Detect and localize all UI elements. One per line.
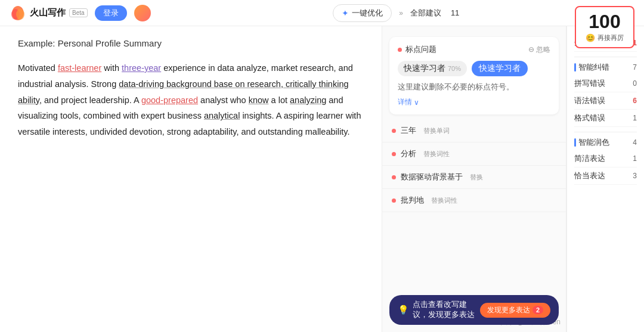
text-analytical: analytical [204,111,240,120]
item-dot-0 [392,129,396,133]
sidebar-grammar[interactable]: 语法错误 6 [574,92,637,110]
document-title: Example: Personal Profile Summary [18,38,364,48]
ignore-icon: ⊖ [528,45,534,54]
section-name-correction: 智能纠错 [578,62,609,73]
spelling-count: 0 [633,79,637,88]
section-count-polish: 4 [633,138,637,147]
item-dot-1 [392,152,396,156]
logo-area: 火山写作 Beta [10,5,88,21]
sidebar-section-polish: 智能润色 4 [574,137,637,148]
grammar-count: 6 [633,97,637,105]
item-tag-0: 替换单词 [423,126,450,135]
text-and-project: , and project leadership. A [39,95,141,105]
text-motivated: Motivated [18,63,58,73]
main-content: Example: Personal Profile Summary Motiva… [0,26,644,332]
tooltip-btn-label: 发现更多表达 [487,305,530,315]
appropriate-label: 恰当表达 [574,170,605,181]
concise-count: 1 [633,154,637,163]
format-count: 1 [633,114,637,122]
card-dot [398,48,402,52]
suggestions-panel: 标点问题 ⊖ 忽略 快速学习者 70% 快速学习者 这里建议删除不必要的标点符号… [382,26,566,332]
sidebar-spelling[interactable]: 拼写错误 0 [574,75,637,92]
text-know: know [249,95,269,105]
text-fast-learner: fast-learner [58,63,101,73]
beta-badge: Beta [69,8,88,17]
score-sub: 😊 再接再厉 [583,33,626,42]
item-text-3: 批判地 [401,195,424,206]
text-good-prepared: good-prepared [141,95,198,105]
sidebar-divider-1 [574,57,637,57]
card-type: 标点问题 [398,44,436,55]
app-name: 火山写作 [30,7,66,18]
suggestions-label: 全部建议 [410,8,441,18]
tooltip-text: 点击查看改写建议，发现更多表达 [413,300,480,320]
document-body: Motivated fast-learner with three-year e… [18,60,364,140]
word-replaced[interactable]: 快速学习者 [472,61,528,76]
appropriate-count: 3 [633,172,637,180]
item-text-2: 数据驱动背景基于 [401,172,463,182]
text-a-lot: a lot [269,95,290,105]
text-analyzing: analyzing [290,95,326,105]
optimize-button[interactable]: ✦ 一键优化 [333,4,392,22]
score-box: 100 😊 再接再厉 [575,6,634,48]
suggestion-item-0[interactable]: 三年 替换单词 [382,119,566,142]
word-original: 快速学习者 70% [398,61,467,76]
sidebar-concise[interactable]: 简洁表达 1 [574,150,637,167]
word-options: 快速学习者 70% 快速学习者 [398,61,550,76]
score-emoji: 😊 [586,33,595,42]
logo-icon [10,5,26,21]
score-sub-text: 再接再厉 [597,33,624,42]
suggestion-item-1[interactable]: 分析 替换词性 [382,142,566,166]
login-button[interactable]: 登录 [95,5,127,21]
optimize-label: 一键优化 [352,8,383,18]
tooltip-text-area: 💡 点击查看改写建议，发现更多表达 [398,300,480,320]
suggestions-count: 11 [451,8,459,17]
detail-chevron-icon: ∨ [414,98,419,107]
tooltip-badge: 2 [532,306,543,314]
section-name-polish: 智能润色 [578,137,609,148]
card-type-label: 标点问题 [405,44,436,55]
app-header: 火山写作 Beta 登录 ✦ 一键优化 » 全部建议 11 [0,0,644,26]
optimize-icon: ✦ [342,8,349,18]
card-detail-button[interactable]: 详情 ∨ [398,97,550,107]
ignore-button[interactable]: ⊖ 忽略 [528,45,550,55]
bulb-icon: 💡 [398,305,409,315]
section-count-correction: 7 [633,63,637,72]
text-analyst: analyst who [198,95,249,105]
sidebar-divider-2 [574,132,637,132]
sidebar-format[interactable]: 格式错误 1 [574,110,637,127]
editor-area[interactable]: Example: Personal Profile Summary Motiva… [0,26,382,332]
detail-label: 详情 [398,97,412,107]
svg-point-2 [16,9,24,20]
grammar-label: 语法错误 [574,95,605,106]
more-chevron-icon: » [399,9,403,17]
text-three-year: three-year [122,63,161,73]
text-with: with [101,63,122,73]
item-dot-2 [392,175,396,179]
panel-tooltip: 💡 点击查看改写建议，发现更多表达 发现更多表达 2 [389,295,559,325]
accent-bar-1 [574,63,576,72]
item-text-0: 三年 [401,125,416,136]
suggestion-item-3[interactable]: 批判地 替换词性 [382,189,566,212]
accent-bar-2 [574,138,576,147]
item-tag-3: 替换词性 [431,196,457,205]
concise-label: 简洁表达 [574,153,605,164]
user-avatar[interactable] [134,5,151,21]
ignore-label: 忽略 [536,45,550,55]
item-dot-3 [392,198,396,203]
card-desc: 这里建议删除不必要的标点符号。 [398,82,550,92]
suggestion-card-punctuation: 标点问题 ⊖ 忽略 快速学习者 70% 快速学习者 这里建议删除不必要的标点符号… [389,37,559,114]
right-sidebar: 全部建议 11 智能纠错 7 拼写错误 0 语法错误 6 格式错误 1 智能润色… [566,26,644,332]
card-header: 标点问题 ⊖ 忽略 [398,44,550,55]
score-value: 100 [583,12,626,31]
item-tag-1: 替换词性 [423,150,450,159]
sidebar-section-correction: 智能纠错 7 [574,62,637,73]
item-tag-2: 替换 [470,173,483,182]
format-label: 格式错误 [574,113,605,123]
spelling-label: 拼写错误 [574,78,605,89]
item-text-1: 分析 [401,148,416,159]
sidebar-appropriate[interactable]: 恰当表达 3 [574,167,637,185]
suggestion-item-2[interactable]: 数据驱动背景基于 替换 [382,166,566,189]
header-center: ✦ 一键优化 » 全部建议 11 [158,4,634,22]
discover-more-button[interactable]: 发现更多表达 2 [480,303,550,318]
